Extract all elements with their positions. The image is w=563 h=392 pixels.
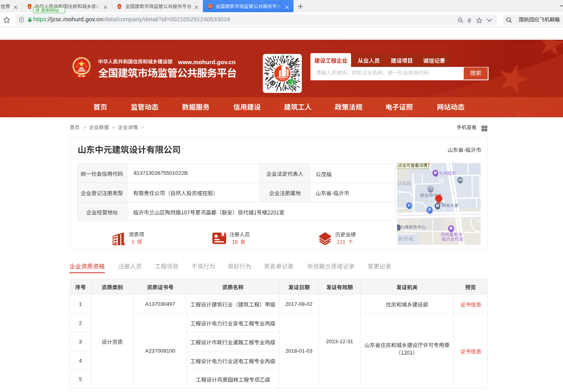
svg-text:P: P <box>408 203 411 207</box>
svg-text:ATM: ATM <box>458 179 462 181</box>
svg-text:P: P <box>428 208 431 212</box>
